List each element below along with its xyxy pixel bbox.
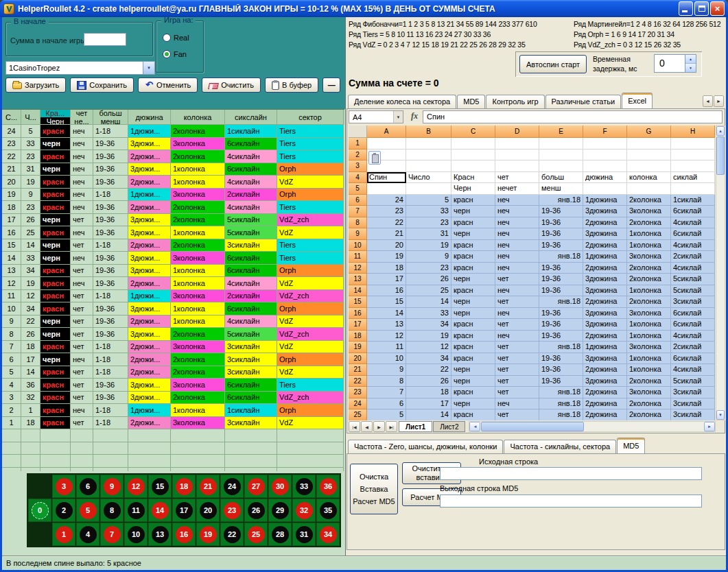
roulette-number-5[interactable]: 5 xyxy=(76,499,99,522)
excel-cell[interactable]: 2дюжина xyxy=(583,409,627,420)
roulette-number-13[interactable]: 13 xyxy=(148,523,172,546)
excel-row-header-4[interactable]: 4 xyxy=(349,172,367,184)
excel-cell[interactable] xyxy=(495,138,539,150)
roulette-number-24[interactable]: 24 xyxy=(220,475,244,498)
sheet-nav-prev-icon[interactable]: ◀ xyxy=(361,421,373,432)
excel-cell[interactable] xyxy=(406,150,451,161)
excel-cell[interactable]: 25 xyxy=(406,285,451,297)
excel-cell[interactable]: 1колонка xyxy=(627,228,671,240)
sheet-tab-Лист2[interactable]: Лист2 xyxy=(433,421,465,432)
sheet-nav-first-icon[interactable]: |◀ xyxy=(349,421,360,432)
excel-cell[interactable] xyxy=(671,160,715,172)
excel-col-header-D[interactable]: D xyxy=(495,126,539,138)
excel-cell[interactable]: красн xyxy=(451,285,495,297)
excel-cell[interactable] xyxy=(451,138,495,150)
roulette-number-0[interactable]: 0 xyxy=(28,499,51,522)
excel-cell[interactable]: 19-36 xyxy=(539,240,583,252)
excel-cell[interactable]: 19-36 xyxy=(539,331,583,342)
roulette-number-15[interactable]: 15 xyxy=(148,475,172,498)
excel-cell[interactable]: 22 xyxy=(406,364,451,376)
excel-cell[interactable]: янв.18 xyxy=(539,398,583,410)
excel-row-header-16[interactable]: 16 xyxy=(349,308,367,320)
excel-cell[interactable]: 4сиклай xyxy=(671,331,715,342)
radio-fan[interactable]: Fan xyxy=(163,50,187,58)
excel-hscrollbar[interactable]: ◄ ► xyxy=(469,421,716,432)
start-sum-input[interactable] xyxy=(84,33,126,46)
excel-cell[interactable]: 18 xyxy=(406,387,451,398)
roulette-number-35[interactable]: 35 xyxy=(316,499,340,522)
excel-cell[interactable]: 3колонка xyxy=(627,387,671,398)
excel-cell[interactable] xyxy=(583,160,627,172)
roulette-number-10[interactable]: 10 xyxy=(124,523,148,546)
excel-cell[interactable] xyxy=(406,160,451,172)
excel-cell[interactable]: 4сиклай xyxy=(671,240,715,252)
excel-cell[interactable]: 19-36 xyxy=(539,364,583,376)
roulette-number-16[interactable]: 16 xyxy=(172,523,196,546)
excel-cell[interactable]: 34 xyxy=(406,353,451,365)
excel-cell[interactable]: красн xyxy=(451,342,495,353)
roulette-number-6[interactable]: 6 xyxy=(76,475,99,498)
excel-cell[interactable]: 26 xyxy=(406,274,451,285)
excel-cell[interactable]: 3дюжина xyxy=(583,376,627,388)
excel-cell[interactable]: 3дюжина xyxy=(583,206,627,217)
excel-cell[interactable]: 3дюжина xyxy=(583,319,627,331)
roulette-number-14[interactable]: 14 xyxy=(148,499,172,522)
excel-cell[interactable]: чет xyxy=(495,409,539,420)
excel-cell[interactable]: черн xyxy=(451,376,495,388)
excel-cell[interactable]: чет xyxy=(495,319,539,331)
excel-col-header-G[interactable]: G xyxy=(627,126,671,138)
excel-cell[interactable] xyxy=(627,138,671,150)
excel-cell[interactable]: 19-36 xyxy=(539,308,583,320)
excel-name-box[interactable]: A4 ▼ xyxy=(349,110,403,123)
excel-row-header-6[interactable]: 6 xyxy=(349,195,367,206)
roulette-number-7[interactable]: 7 xyxy=(100,523,124,546)
scroll-right-icon[interactable]: ► xyxy=(704,422,715,431)
roulette-number-28[interactable]: 28 xyxy=(268,523,292,546)
excel-cell[interactable]: 7 xyxy=(367,387,406,398)
excel-row-header-1[interactable]: 1 xyxy=(349,138,367,150)
roulette-number-30[interactable]: 30 xyxy=(268,475,292,498)
excel-cell[interactable]: 2колонка xyxy=(627,296,671,308)
excel-cell[interactable]: янв.18 xyxy=(539,251,583,263)
excel-cell[interactable]: чет xyxy=(495,296,539,308)
excel-row-header-2[interactable]: 2 xyxy=(349,150,367,161)
roulette-number-29[interactable]: 29 xyxy=(268,499,292,522)
roulette-number-20[interactable]: 20 xyxy=(196,499,220,522)
excel-cell[interactable]: 34 xyxy=(406,319,451,331)
excel-cell[interactable]: 10 xyxy=(367,353,406,365)
excel-cell[interactable]: красн xyxy=(451,353,495,365)
excel-cell[interactable]: 23 xyxy=(367,206,406,217)
excel-cell[interactable]: 31 xyxy=(406,228,451,240)
excel-col-header-C[interactable]: C xyxy=(451,126,495,138)
excel-cell[interactable]: 1колонка xyxy=(627,285,671,297)
paste-options-icon[interactable] xyxy=(368,151,381,165)
radio-real[interactable]: Real xyxy=(163,34,189,42)
excel-row-header-8[interactable]: 8 xyxy=(349,217,367,229)
excel-cell[interactable]: 26 xyxy=(406,376,451,388)
roulette-number-22[interactable]: 22 xyxy=(220,523,244,546)
excel-cell[interactable]: 2колонка xyxy=(627,274,671,285)
excel-cell[interactable] xyxy=(671,183,715,195)
excel-cell[interactable]: 5 xyxy=(406,195,451,206)
excel-cell[interactable]: 1дюжина xyxy=(583,251,627,263)
excel-row-header-5[interactable]: 5 xyxy=(349,183,367,195)
tab-scroll-left-icon[interactable]: ◄ xyxy=(703,95,713,107)
collapse-button[interactable]: — xyxy=(322,78,340,93)
excel-cell[interactable]: 19-36 xyxy=(539,217,583,229)
file-button[interactable]: Очистить xyxy=(202,78,261,93)
excel-row-header-11[interactable]: 11 xyxy=(349,251,367,263)
excel-cell[interactable]: 2колонка xyxy=(627,376,671,388)
excel-cell[interactable] xyxy=(583,138,627,150)
excel-cell[interactable]: 24 xyxy=(367,195,406,206)
excel-cell[interactable] xyxy=(671,138,715,150)
excel-cell[interactable] xyxy=(539,138,583,150)
file-button[interactable]: ↶Отменить xyxy=(138,78,198,93)
excel-cell[interactable]: сиклай xyxy=(671,172,715,184)
excel-cell[interactable]: 3дюжина xyxy=(583,308,627,320)
roulette-number-12[interactable]: 12 xyxy=(124,475,148,498)
excel-cell[interactable] xyxy=(406,138,451,150)
excel-cell[interactable]: неч xyxy=(495,285,539,297)
excel-cell[interactable]: 19-36 xyxy=(539,206,583,217)
excel-cell[interactable]: 14 xyxy=(406,409,451,420)
excel-cell[interactable]: 6сиклай xyxy=(671,353,715,365)
